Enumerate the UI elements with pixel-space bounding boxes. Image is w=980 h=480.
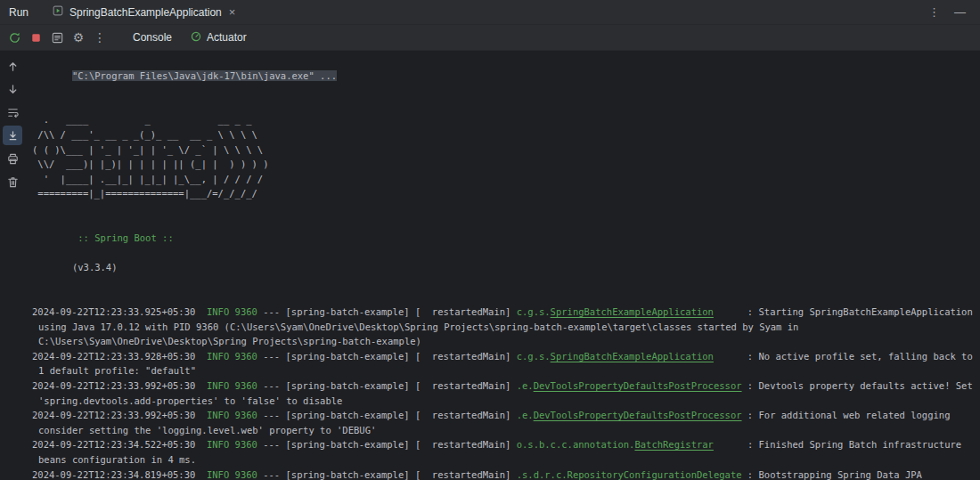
log-entry: 2024-09-22T12:23:33.992+05:30 INFO 9360 … bbox=[32, 378, 975, 408]
log-context: --- [spring-batch-example] [ restartedMa… bbox=[257, 351, 517, 362]
log-level-pid: INFO 9360 bbox=[207, 439, 257, 450]
close-tab-icon[interactable]: × bbox=[229, 6, 236, 18]
next-occurrence-icon[interactable] bbox=[3, 79, 22, 99]
spring-banner: . ____ _ __ _ _ /\\ / ___'_ __ _ _(_)_ _… bbox=[32, 112, 975, 201]
log-context: --- [spring-batch-example] [ restartedMa… bbox=[257, 306, 517, 317]
console-command-line-row: "C:\Program Files\Java\jdk-17\bin\java.e… bbox=[32, 53, 975, 98]
blank-line bbox=[32, 201, 975, 216]
log-separator: : bbox=[714, 351, 759, 362]
log-context: --- [spring-batch-example] [ restartedMa… bbox=[257, 410, 517, 420]
logger-class-link[interactable]: SpringBatchExampleApplication bbox=[551, 351, 714, 362]
blank-line bbox=[32, 98, 975, 113]
log-level-pid: INFO 9360 bbox=[207, 380, 257, 391]
log-level-pid: INFO 9360 bbox=[207, 351, 257, 362]
run-toolbar: ⚙ ⋮ Console Actuator bbox=[0, 25, 980, 51]
log-entry: 2024-09-22T12:23:33.928+05:30 INFO 9360 … bbox=[32, 349, 975, 378]
prev-occurrence-icon[interactable] bbox=[3, 56, 22, 76]
logger-class-link[interactable]: DevToolsPropertyDefaultsPostProcessor bbox=[534, 380, 742, 391]
clear-all-icon[interactable] bbox=[3, 172, 22, 191]
log-timestamp: 2024-09-22T12:23:33.928+05:30 bbox=[32, 351, 207, 362]
run-toolwindow-header: Run SpringBatchExampleApplication × ⋮ — bbox=[0, 0, 980, 25]
logger-class-link[interactable]: SpringBatchExampleApplication bbox=[551, 306, 714, 317]
actuator-icon bbox=[190, 30, 202, 45]
log-timestamp: 2024-09-22T12:23:33.992+05:30 bbox=[32, 380, 207, 391]
spring-boot-version: (v3.3.4) bbox=[72, 262, 118, 273]
rerun-icon[interactable] bbox=[4, 28, 24, 47]
logger-class-link[interactable]: DevToolsPropertyDefaultsPostProcessor bbox=[534, 410, 742, 420]
run-configuration-icon bbox=[52, 4, 64, 20]
logger-class-link[interactable]: BatchRegistrar bbox=[634, 439, 714, 450]
console-output[interactable]: "C:\Program Files\Java\jdk-17\bin\java.e… bbox=[25, 51, 980, 480]
logger-prefix: .s.d.r.c. bbox=[517, 469, 568, 480]
logger-prefix: c.g.s. bbox=[517, 351, 551, 362]
tab-actuator-label: Actuator bbox=[207, 31, 247, 44]
log-timestamp: 2024-09-22T12:23:34.819+05:30 bbox=[32, 469, 207, 480]
run-tab[interactable]: SpringBatchExampleApplication × bbox=[43, 0, 244, 24]
logger-prefix: o.s.b.c.c.annotation. bbox=[517, 439, 635, 450]
logger-prefix: .e. bbox=[517, 380, 534, 391]
log-timestamp: 2024-09-22T12:23:33.925+05:30 bbox=[32, 306, 207, 317]
log-separator: : bbox=[714, 439, 759, 450]
log-level-pid: INFO 9360 bbox=[207, 306, 257, 317]
log-separator: : bbox=[742, 380, 759, 391]
log-context: --- [spring-batch-example] [ restartedMa… bbox=[257, 439, 517, 450]
blank-line bbox=[32, 290, 975, 305]
soft-wrap-icon[interactable] bbox=[3, 102, 22, 122]
tab-console-label: Console bbox=[133, 31, 172, 44]
log-level-pid: INFO 9360 bbox=[207, 410, 257, 420]
settings-icon[interactable]: ⚙ bbox=[69, 28, 88, 47]
console-left-toolbar bbox=[0, 51, 25, 480]
log-entries: 2024-09-22T12:23:33.925+05:30 INFO 9360 … bbox=[32, 305, 975, 480]
logger-class-link[interactable]: RepositoryConfigurationDelegate bbox=[568, 469, 742, 480]
spring-version-line: :: Spring Boot :: (v3.3.4) bbox=[32, 216, 975, 290]
log-entry: 2024-09-22T12:23:34.819+05:30 INFO 9360 … bbox=[32, 468, 975, 480]
log-entry: 2024-09-22T12:23:33.925+05:30 INFO 9360 … bbox=[32, 305, 975, 349]
hide-toolwindow-icon[interactable]: — bbox=[954, 6, 966, 18]
spring-boot-label: :: Spring Boot :: bbox=[72, 232, 174, 243]
toolbar-more-icon[interactable]: ⋮ bbox=[90, 28, 110, 47]
log-context: --- [spring-batch-example] [ restartedMa… bbox=[257, 380, 517, 391]
logger-prefix: c.g.s. bbox=[517, 306, 551, 317]
log-timestamp: 2024-09-22T12:23:34.522+05:30 bbox=[32, 439, 207, 450]
scroll-to-end-icon[interactable] bbox=[3, 126, 22, 145]
log-timestamp: 2024-09-22T12:23:33.992+05:30 bbox=[32, 410, 207, 420]
log-separator: : bbox=[714, 306, 759, 317]
console-command-line[interactable]: "C:\Program Files\Java\jdk-17\bin\java.e… bbox=[72, 70, 337, 81]
spring-gap bbox=[72, 248, 162, 258]
console-tab-bar: Console Actuator bbox=[124, 25, 256, 50]
log-entry: 2024-09-22T12:23:34.522+05:30 INFO 9360 … bbox=[32, 437, 975, 467]
tab-console[interactable]: Console bbox=[124, 25, 181, 50]
logger-prefix: .e. bbox=[517, 410, 534, 420]
stop-icon[interactable] bbox=[26, 28, 45, 47]
dump-threads-icon[interactable] bbox=[47, 28, 67, 47]
log-separator: : bbox=[742, 469, 759, 480]
log-context: --- [spring-batch-example] [ restartedMa… bbox=[257, 469, 517, 480]
print-icon[interactable] bbox=[3, 149, 22, 168]
log-entry: 2024-09-22T12:23:33.992+05:30 INFO 9360 … bbox=[32, 408, 975, 437]
header-more-icon[interactable]: ⋮ bbox=[928, 6, 940, 18]
log-level-pid: INFO 9360 bbox=[207, 469, 257, 480]
log-separator: : bbox=[742, 410, 759, 420]
run-content: "C:\Program Files\Java\jdk-17\bin\java.e… bbox=[0, 51, 980, 480]
tab-actuator[interactable]: Actuator bbox=[181, 25, 256, 50]
toolwindow-title: Run bbox=[9, 6, 29, 19]
run-tab-title: SpringBatchExampleApplication bbox=[69, 6, 222, 19]
